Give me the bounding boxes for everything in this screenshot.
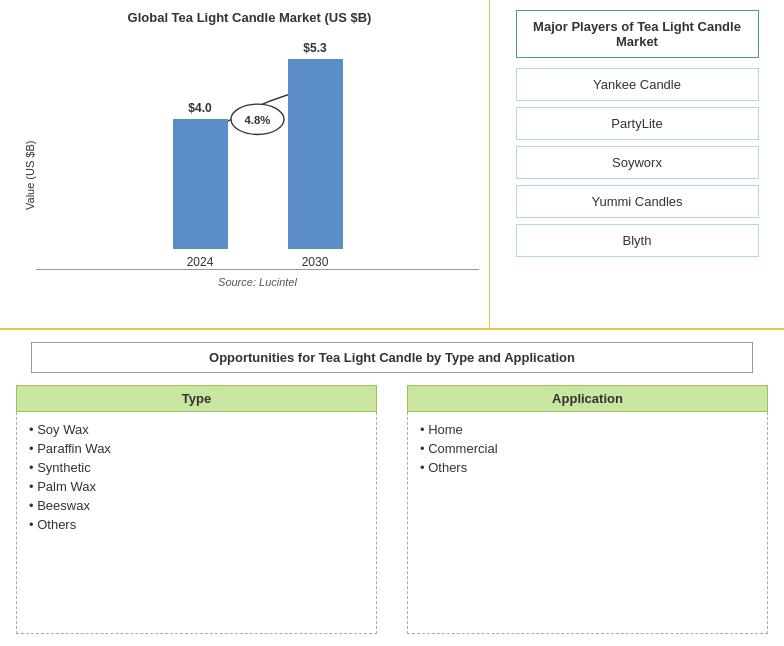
type-item-synthetic: Synthetic — [29, 458, 364, 477]
type-item-paraffin-wax: Paraffin Wax — [29, 439, 364, 458]
bottom-section: Opportunities for Tea Light Candle by Ty… — [0, 330, 784, 646]
player-5: Blyth — [516, 224, 759, 257]
type-item-palm-wax: Palm Wax — [29, 477, 364, 496]
type-header: Type — [16, 385, 377, 412]
players-title: Major Players of Tea Light Candle Market — [516, 10, 759, 58]
svg-point-0 — [231, 104, 284, 134]
type-item-beeswax: Beeswax — [29, 496, 364, 515]
application-column: Application Home Commercial Others — [407, 385, 768, 634]
bar-2030-rect — [288, 59, 343, 249]
cagr-arrow: 4.8% — [36, 70, 479, 269]
player-4: Yummi Candles — [516, 185, 759, 218]
player-1: Yankee Candle — [516, 68, 759, 101]
application-header: Application — [407, 385, 768, 412]
bar-2030-value: $5.3 — [303, 41, 326, 55]
chart-plot: 4.8% $4.0 2024 $5.3 2030 — [36, 33, 479, 318]
players-panel: Major Players of Tea Light Candle Market… — [490, 0, 784, 328]
bar-2024-value: $4.0 — [188, 101, 211, 115]
svg-text:4.8%: 4.8% — [245, 114, 271, 126]
bar-2030-year: 2030 — [302, 255, 329, 269]
type-item-soy-wax: Soy Wax — [29, 420, 364, 439]
bar-2024-rect — [173, 119, 228, 249]
chart-title: Global Tea Light Candle Market (US $B) — [128, 10, 372, 25]
bottom-columns: Type Soy Wax Paraffin Wax Synthetic Palm… — [16, 385, 768, 634]
type-items: Soy Wax Paraffin Wax Synthetic Palm Wax … — [16, 412, 377, 634]
top-section: Global Tea Light Candle Market (US $B) V… — [0, 0, 784, 330]
bars-container: 4.8% $4.0 2024 $5.3 2030 — [36, 70, 479, 270]
type-item-others: Others — [29, 515, 364, 534]
application-items: Home Commercial Others — [407, 412, 768, 634]
source-text: Source: Lucintel — [36, 276, 479, 288]
bar-2030: $5.3 2030 — [288, 41, 343, 269]
bar-2024-year: 2024 — [187, 255, 214, 269]
bar-2024: $4.0 2024 — [173, 101, 228, 269]
main-container: Global Tea Light Candle Market (US $B) V… — [0, 0, 784, 646]
app-item-others: Others — [420, 458, 755, 477]
player-3: Soyworx — [516, 146, 759, 179]
chart-area: Global Tea Light Candle Market (US $B) V… — [0, 0, 490, 328]
type-column: Type Soy Wax Paraffin Wax Synthetic Palm… — [16, 385, 377, 634]
app-item-home: Home — [420, 420, 755, 439]
app-item-commercial: Commercial — [420, 439, 755, 458]
opportunities-title: Opportunities for Tea Light Candle by Ty… — [31, 342, 753, 373]
player-2: PartyLite — [516, 107, 759, 140]
y-axis-label: Value (US $B) — [20, 33, 36, 318]
chart-inner: Value (US $B) — [20, 33, 479, 318]
